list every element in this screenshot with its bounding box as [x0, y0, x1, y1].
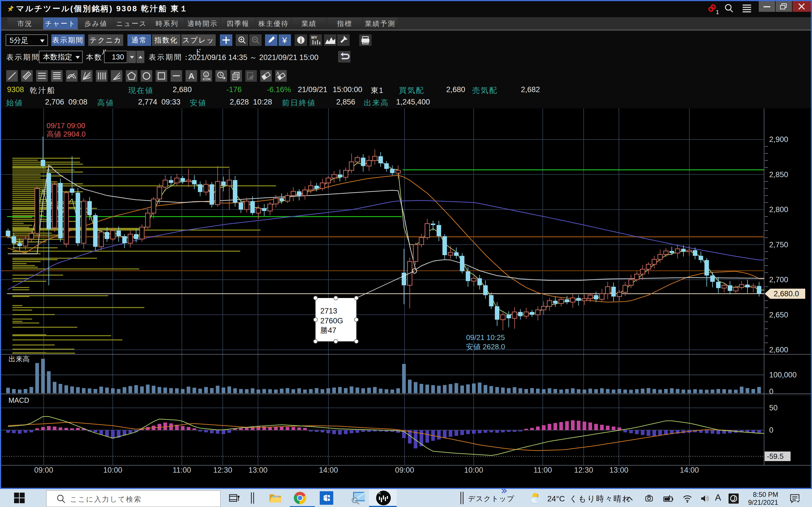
- svg-text:A: A: [188, 71, 195, 80]
- svg-text:09/21 10:25: 09/21 10:25: [466, 333, 505, 342]
- svg-text:2713: 2713: [320, 307, 337, 315]
- svg-text:09:00: 09:00: [34, 466, 53, 474]
- svg-text:ICON: ICON: [203, 77, 211, 81]
- svg-text:09:00: 09:00: [395, 466, 414, 474]
- svg-text:MACD: MACD: [8, 396, 29, 404]
- svg-text:0: 0: [769, 426, 773, 434]
- svg-text:R: R: [378, 492, 380, 495]
- svg-text:2,850: 2,850: [769, 170, 788, 179]
- svg-text:2,600: 2,600: [769, 346, 788, 354]
- svg-text:出来高: 出来高: [8, 355, 30, 363]
- svg-text:11:00: 11:00: [172, 466, 191, 474]
- svg-text:A: A: [276, 71, 280, 76]
- svg-text:50: 50: [769, 404, 777, 412]
- svg-text:2,700: 2,700: [769, 276, 788, 284]
- svg-text:2,750: 2,750: [769, 240, 788, 249]
- svg-text:10:00: 10:00: [464, 466, 483, 474]
- svg-text:12:30: 12:30: [213, 466, 232, 474]
- svg-text:MY: MY: [311, 35, 317, 40]
- svg-text:¥: ¥: [282, 36, 287, 45]
- svg-text:0: 0: [769, 387, 773, 396]
- svg-text:1: 1: [716, 9, 719, 15]
- svg-text:i: i: [300, 37, 302, 44]
- svg-text:13:00: 13:00: [248, 466, 267, 474]
- svg-text:14:00: 14:00: [319, 466, 338, 474]
- svg-text:2760G: 2760G: [320, 317, 343, 325]
- svg-text:10:00: 10:00: [103, 466, 122, 474]
- svg-text:14:00: 14:00: [680, 466, 699, 474]
- svg-text:100,000: 100,000: [769, 371, 797, 379]
- svg-text:09/17 09:00: 09/17 09:00: [47, 121, 85, 130]
- svg-text:-59.5: -59.5: [767, 452, 783, 460]
- svg-text:2,650: 2,650: [769, 311, 788, 319]
- svg-text:高値 2904.0: 高値 2904.0: [47, 130, 86, 138]
- svg-text:2,800: 2,800: [769, 205, 788, 214]
- svg-text:2,680.0: 2,680.0: [774, 290, 799, 298]
- svg-text:2,900: 2,900: [769, 135, 788, 144]
- svg-text:13:00: 13:00: [609, 466, 628, 474]
- svg-text:12:30: 12:30: [574, 466, 593, 474]
- svg-text:安値 2628.0: 安値 2628.0: [466, 342, 505, 351]
- svg-text:勝47: 勝47: [320, 326, 336, 335]
- svg-text:11:00: 11:00: [534, 466, 552, 474]
- svg-text:12:00: 12:00: [324, 496, 329, 498]
